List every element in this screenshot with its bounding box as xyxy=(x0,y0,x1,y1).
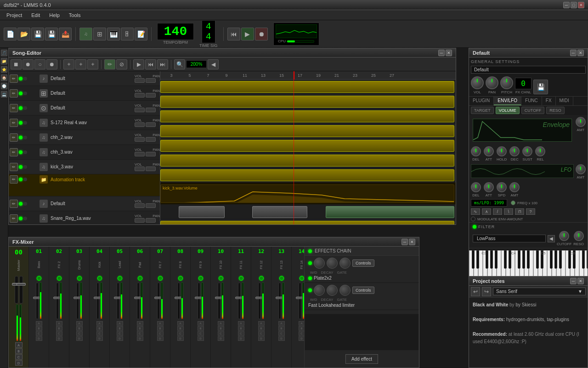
instrument-panel-close[interactable]: ✕ xyxy=(577,50,584,56)
lfo-shape-square[interactable]: ⊓ xyxy=(515,208,524,215)
ch-send-a-06[interactable]: A xyxy=(137,321,143,326)
ch-send-c-14[interactable]: C xyxy=(299,331,305,336)
notes-content-area[interactable]: Black and White by by Skiessi Requiremen… xyxy=(469,298,588,368)
track-clip[interactable] xyxy=(160,140,454,152)
track-name[interactable]: Default xyxy=(49,91,135,96)
track-name[interactable]: Default xyxy=(49,105,135,110)
save-preset-btn[interactable]: 💾 xyxy=(533,80,548,94)
fx-ch-enable-03[interactable] xyxy=(77,276,82,281)
menu-edit[interactable]: Edit xyxy=(27,12,45,19)
track-mute-led[interactable] xyxy=(19,136,23,139)
zoom-out[interactable]: ◀ xyxy=(208,59,219,69)
ch-send-d-03[interactable]: D xyxy=(76,336,83,341)
ch-send-d-04[interactable]: D xyxy=(96,336,103,341)
del-knob[interactable] xyxy=(471,146,481,156)
piano-black-key[interactable] xyxy=(536,250,539,269)
piano-black-key[interactable] xyxy=(490,250,493,269)
tempo-display[interactable]: 140 xyxy=(157,23,194,40)
track-mute-led[interactable] xyxy=(19,217,23,220)
ch-send-d-01[interactable]: D xyxy=(36,336,42,341)
piano-black-key[interactable] xyxy=(486,250,488,269)
play-mode[interactable]: ▶ xyxy=(133,59,144,69)
my-projects-icon[interactable]: 🏠 xyxy=(1,75,7,81)
ch-send-d-08[interactable]: D xyxy=(177,336,184,341)
fx-ch-enable-06[interactable] xyxy=(138,276,142,281)
track-mute-led[interactable] xyxy=(19,165,23,169)
ch-send-d-12[interactable]: D xyxy=(258,336,265,341)
hold-knob[interactable] xyxy=(497,146,507,156)
maximize-button[interactable]: □ xyxy=(571,2,577,8)
pan-knob[interactable] xyxy=(486,76,498,89)
play-button[interactable]: ▶ xyxy=(241,28,254,40)
piano-black-key[interactable] xyxy=(518,250,520,269)
fx-fader-l[interactable] xyxy=(15,276,18,304)
fx-mixer-btn[interactable]: 🎚 xyxy=(121,28,134,40)
add-bb-track[interactable]: + xyxy=(87,59,98,69)
track-edit-btn[interactable]: ✏ xyxy=(10,163,18,171)
beat-editor-btn[interactable]: ⊞ xyxy=(93,28,106,40)
ch-send-b-07[interactable]: B xyxy=(157,326,164,331)
piano-black-key[interactable] xyxy=(476,250,479,269)
fx-fader-13[interactable] xyxy=(278,282,281,319)
fx-fader-11[interactable] xyxy=(238,282,241,319)
instrument-panel-minimize[interactable]: ─ xyxy=(570,50,577,56)
ch-send-c-10[interactable]: C xyxy=(218,331,224,336)
track-clip[interactable] xyxy=(160,81,454,93)
stop-button[interactable]: ⏹ xyxy=(11,59,22,69)
track-name[interactable]: kick_3.wav xyxy=(49,164,135,169)
ch-send-d-02[interactable]: D xyxy=(56,336,62,341)
ch-send-a[interactable]: A xyxy=(15,342,23,348)
fx-ch-enable-04[interactable] xyxy=(97,276,102,281)
ch-send-b-09[interactable]: B xyxy=(198,326,204,331)
piano-black-key[interactable] xyxy=(587,250,588,269)
minimize-button[interactable]: ─ xyxy=(563,2,570,8)
zoom-in[interactable]: 🔍 xyxy=(174,59,185,69)
pan-knob-mini[interactable] xyxy=(146,167,156,171)
lfo-shape-custom[interactable]: ? xyxy=(526,208,535,215)
vol-knob-mini[interactable] xyxy=(135,152,145,156)
song-editor-close[interactable]: ✕ xyxy=(446,50,452,56)
rewind-button[interactable]: ⏮ xyxy=(227,28,240,40)
effect-enable-2[interactable] xyxy=(308,288,312,292)
record-song-button[interactable]: ○ xyxy=(34,59,45,69)
cutoff-knob[interactable] xyxy=(559,231,569,241)
ch-send-c[interactable]: C xyxy=(15,354,23,360)
lfo-shape-triangle[interactable]: ∧ xyxy=(482,208,491,215)
piano-black-key[interactable] xyxy=(509,250,511,269)
ch-send-c-08[interactable]: C xyxy=(177,331,184,336)
fx-fader-09[interactable] xyxy=(198,282,200,319)
track-edit-btn[interactable]: ✏ xyxy=(10,89,18,98)
target-tab-reso[interactable]: RESO xyxy=(546,107,565,114)
track-solo-led[interactable] xyxy=(23,165,27,169)
ch-send-d[interactable]: D xyxy=(15,360,23,366)
rewind-song[interactable]: ⏮ xyxy=(145,59,156,69)
track-name[interactable]: Snare_Reg_1a.wav xyxy=(49,216,135,221)
effect-enable-1[interactable] xyxy=(308,261,312,265)
effect-knob-gate-2[interactable] xyxy=(339,285,351,296)
fx-ch-enable-09[interactable] xyxy=(198,276,203,281)
track-clip[interactable] xyxy=(326,206,454,218)
ch-send-b-01[interactable]: B xyxy=(36,326,42,331)
fx-fader-03[interactable] xyxy=(76,282,79,319)
track-edit-btn[interactable]: ✏ xyxy=(10,104,18,112)
ch-send-a-14[interactable]: A xyxy=(299,321,305,326)
ch-send-d-13[interactable]: D xyxy=(278,336,285,341)
track-clip[interactable] xyxy=(160,96,454,108)
lfo-shape-reverse-saw[interactable]: \ xyxy=(504,208,513,215)
ch-send-b-02[interactable]: B xyxy=(56,326,62,331)
track-solo-led[interactable] xyxy=(23,202,27,206)
ch-send-a-04[interactable]: A xyxy=(96,321,103,326)
timesig-display[interactable]: 4 4 xyxy=(202,20,215,43)
piano-black-key[interactable] xyxy=(522,250,525,269)
track-name[interactable]: chh_3.wav xyxy=(49,150,135,155)
fx-fader-12[interactable] xyxy=(258,282,261,319)
ch-send-b-06[interactable]: B xyxy=(137,326,143,331)
pan-knob-mini[interactable] xyxy=(146,122,156,127)
track-edit-btn[interactable]: ✏ xyxy=(10,200,18,208)
plugin-tab-plugin[interactable]: PLUGIN xyxy=(469,97,494,105)
fx-ch-enable-13[interactable] xyxy=(279,276,284,281)
track-clip[interactable] xyxy=(160,169,454,181)
rel-knob[interactable] xyxy=(535,146,545,156)
vol-knob-mini[interactable] xyxy=(135,108,145,112)
dec-knob[interactable] xyxy=(509,146,520,156)
